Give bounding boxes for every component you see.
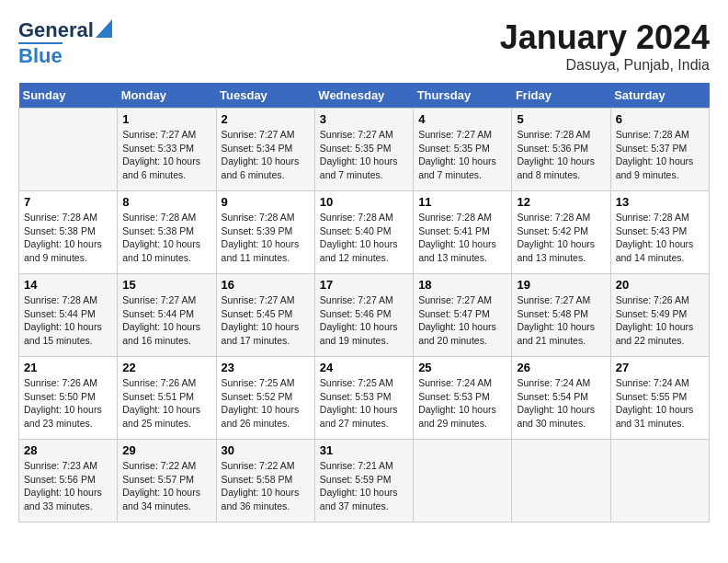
day-info: Sunrise: 7:27 AM Sunset: 5:45 PM Dayligh… xyxy=(222,293,310,348)
day-number: 26 xyxy=(517,361,605,374)
day-number: 11 xyxy=(418,195,506,209)
column-header-tuesday: Tuesday xyxy=(216,83,314,109)
calendar-cell: 23Sunrise: 7:25 AM Sunset: 5:52 PM Dayli… xyxy=(216,357,314,440)
day-info: Sunrise: 7:28 AM Sunset: 5:40 PM Dayligh… xyxy=(320,211,408,265)
day-info: Sunrise: 7:28 AM Sunset: 5:38 PM Dayligh… xyxy=(24,211,112,265)
logo: General Blue xyxy=(18,18,112,68)
day-number: 24 xyxy=(320,361,408,374)
day-number: 13 xyxy=(616,195,704,209)
day-info: Sunrise: 7:25 AM Sunset: 5:53 PM Dayligh… xyxy=(320,376,408,431)
calendar-cell xyxy=(610,440,709,523)
day-info: Sunrise: 7:28 AM Sunset: 5:44 PM Dayligh… xyxy=(24,293,112,348)
calendar-table: SundayMondayTuesdayWednesdayThursdayFrid… xyxy=(18,83,710,523)
day-info: Sunrise: 7:28 AM Sunset: 5:43 PM Dayligh… xyxy=(616,211,704,265)
day-info: Sunrise: 7:28 AM Sunset: 5:36 PM Dayligh… xyxy=(517,128,605,182)
day-number: 29 xyxy=(122,443,210,457)
day-info: Sunrise: 7:27 AM Sunset: 5:44 PM Dayligh… xyxy=(122,293,210,348)
calendar-cell: 19Sunrise: 7:27 AM Sunset: 5:48 PM Dayli… xyxy=(512,274,610,357)
day-number: 3 xyxy=(320,112,408,126)
calendar-body: 1Sunrise: 7:27 AM Sunset: 5:33 PM Daylig… xyxy=(19,109,710,523)
day-info: Sunrise: 7:28 AM Sunset: 5:38 PM Dayligh… xyxy=(122,211,210,265)
day-number: 23 xyxy=(222,361,310,374)
day-number: 7 xyxy=(24,195,112,209)
day-number: 8 xyxy=(122,195,210,209)
day-info: Sunrise: 7:27 AM Sunset: 5:47 PM Dayligh… xyxy=(418,293,506,348)
day-info: Sunrise: 7:23 AM Sunset: 5:56 PM Dayligh… xyxy=(24,459,112,513)
calendar-cell: 6Sunrise: 7:28 AM Sunset: 5:37 PM Daylig… xyxy=(610,109,709,191)
column-header-monday: Monday xyxy=(118,83,216,109)
calendar-cell: 21Sunrise: 7:26 AM Sunset: 5:50 PM Dayli… xyxy=(19,357,118,440)
calendar-cell: 9Sunrise: 7:28 AM Sunset: 5:39 PM Daylig… xyxy=(216,191,314,274)
day-info: Sunrise: 7:27 AM Sunset: 5:48 PM Dayligh… xyxy=(517,293,605,348)
calendar-cell xyxy=(414,440,512,523)
day-number: 19 xyxy=(517,278,605,292)
calendar-cell: 2Sunrise: 7:27 AM Sunset: 5:34 PM Daylig… xyxy=(216,109,314,191)
calendar-cell: 17Sunrise: 7:27 AM Sunset: 5:46 PM Dayli… xyxy=(314,274,413,357)
day-number: 10 xyxy=(320,195,408,209)
page-header: General Blue January 2024 Dasuya, Punjab… xyxy=(18,18,710,74)
day-number: 30 xyxy=(222,443,310,457)
day-info: Sunrise: 7:28 AM Sunset: 5:41 PM Dayligh… xyxy=(418,211,506,265)
column-header-sunday: Sunday xyxy=(19,83,118,109)
calendar-cell: 28Sunrise: 7:23 AM Sunset: 5:56 PM Dayli… xyxy=(19,440,118,523)
day-info: Sunrise: 7:24 AM Sunset: 5:53 PM Dayligh… xyxy=(418,376,506,431)
calendar-cell: 10Sunrise: 7:28 AM Sunset: 5:40 PM Dayli… xyxy=(314,191,413,274)
day-number: 20 xyxy=(616,278,704,292)
calendar-title: January 2024 xyxy=(500,18,710,57)
day-number: 1 xyxy=(122,112,210,126)
day-number: 15 xyxy=(122,278,210,292)
day-info: Sunrise: 7:26 AM Sunset: 5:50 PM Dayligh… xyxy=(24,376,112,431)
calendar-cell: 25Sunrise: 7:24 AM Sunset: 5:53 PM Dayli… xyxy=(414,357,512,440)
svg-marker-0 xyxy=(96,19,112,38)
day-info: Sunrise: 7:21 AM Sunset: 5:59 PM Dayligh… xyxy=(320,459,408,513)
day-number: 12 xyxy=(517,195,605,209)
calendar-cell: 7Sunrise: 7:28 AM Sunset: 5:38 PM Daylig… xyxy=(19,191,118,274)
day-info: Sunrise: 7:22 AM Sunset: 5:58 PM Dayligh… xyxy=(222,459,310,513)
calendar-cell: 11Sunrise: 7:28 AM Sunset: 5:41 PM Dayli… xyxy=(414,191,512,274)
day-info: Sunrise: 7:27 AM Sunset: 5:33 PM Dayligh… xyxy=(122,128,210,182)
day-number: 28 xyxy=(24,443,112,457)
calendar-cell: 1Sunrise: 7:27 AM Sunset: 5:33 PM Daylig… xyxy=(118,109,216,191)
calendar-cell: 15Sunrise: 7:27 AM Sunset: 5:44 PM Dayli… xyxy=(118,274,216,357)
week-row-1: 1Sunrise: 7:27 AM Sunset: 5:33 PM Daylig… xyxy=(19,109,710,191)
day-number: 6 xyxy=(616,112,704,126)
day-info: Sunrise: 7:27 AM Sunset: 5:35 PM Dayligh… xyxy=(320,128,408,182)
calendar-cell: 13Sunrise: 7:28 AM Sunset: 5:43 PM Dayli… xyxy=(610,191,709,274)
day-info: Sunrise: 7:28 AM Sunset: 5:42 PM Dayligh… xyxy=(517,211,605,265)
day-number: 2 xyxy=(222,112,310,126)
day-info: Sunrise: 7:27 AM Sunset: 5:35 PM Dayligh… xyxy=(418,128,506,182)
day-info: Sunrise: 7:22 AM Sunset: 5:57 PM Dayligh… xyxy=(122,459,210,513)
day-number: 27 xyxy=(616,361,704,374)
calendar-cell xyxy=(512,440,610,523)
calendar-subtitle: Dasuya, Punjab, India xyxy=(500,57,710,74)
calendar-cell: 31Sunrise: 7:21 AM Sunset: 5:59 PM Dayli… xyxy=(314,440,413,523)
day-number: 16 xyxy=(222,278,310,292)
day-number: 31 xyxy=(320,443,408,457)
day-info: Sunrise: 7:26 AM Sunset: 5:49 PM Dayligh… xyxy=(616,293,704,348)
calendar-cell: 27Sunrise: 7:24 AM Sunset: 5:55 PM Dayli… xyxy=(610,357,709,440)
calendar-cell: 26Sunrise: 7:24 AM Sunset: 5:54 PM Dayli… xyxy=(512,357,610,440)
day-info: Sunrise: 7:28 AM Sunset: 5:37 PM Dayligh… xyxy=(616,128,704,182)
calendar-cell: 22Sunrise: 7:26 AM Sunset: 5:51 PM Dayli… xyxy=(118,357,216,440)
calendar-cell: 8Sunrise: 7:28 AM Sunset: 5:38 PM Daylig… xyxy=(118,191,216,274)
day-info: Sunrise: 7:24 AM Sunset: 5:54 PM Dayligh… xyxy=(517,376,605,431)
week-row-4: 21Sunrise: 7:26 AM Sunset: 5:50 PM Dayli… xyxy=(19,357,710,440)
week-row-2: 7Sunrise: 7:28 AM Sunset: 5:38 PM Daylig… xyxy=(19,191,710,274)
day-number: 18 xyxy=(418,278,506,292)
calendar-cell: 4Sunrise: 7:27 AM Sunset: 5:35 PM Daylig… xyxy=(414,109,512,191)
title-section: January 2024 Dasuya, Punjab, India xyxy=(500,18,710,74)
calendar-cell: 18Sunrise: 7:27 AM Sunset: 5:47 PM Dayli… xyxy=(414,274,512,357)
calendar-cell xyxy=(19,109,118,191)
week-row-5: 28Sunrise: 7:23 AM Sunset: 5:56 PM Dayli… xyxy=(19,440,710,523)
day-info: Sunrise: 7:27 AM Sunset: 5:46 PM Dayligh… xyxy=(320,293,408,348)
logo-triangle-icon xyxy=(96,19,112,38)
day-number: 14 xyxy=(24,278,112,292)
calendar-cell: 14Sunrise: 7:28 AM Sunset: 5:44 PM Dayli… xyxy=(19,274,118,357)
calendar-cell: 12Sunrise: 7:28 AM Sunset: 5:42 PM Dayli… xyxy=(512,191,610,274)
day-info: Sunrise: 7:25 AM Sunset: 5:52 PM Dayligh… xyxy=(222,376,310,431)
day-number: 4 xyxy=(418,112,506,126)
calendar-cell: 16Sunrise: 7:27 AM Sunset: 5:45 PM Dayli… xyxy=(216,274,314,357)
calendar-cell: 5Sunrise: 7:28 AM Sunset: 5:36 PM Daylig… xyxy=(512,109,610,191)
calendar-cell: 20Sunrise: 7:26 AM Sunset: 5:49 PM Dayli… xyxy=(610,274,709,357)
day-info: Sunrise: 7:27 AM Sunset: 5:34 PM Dayligh… xyxy=(222,128,310,182)
